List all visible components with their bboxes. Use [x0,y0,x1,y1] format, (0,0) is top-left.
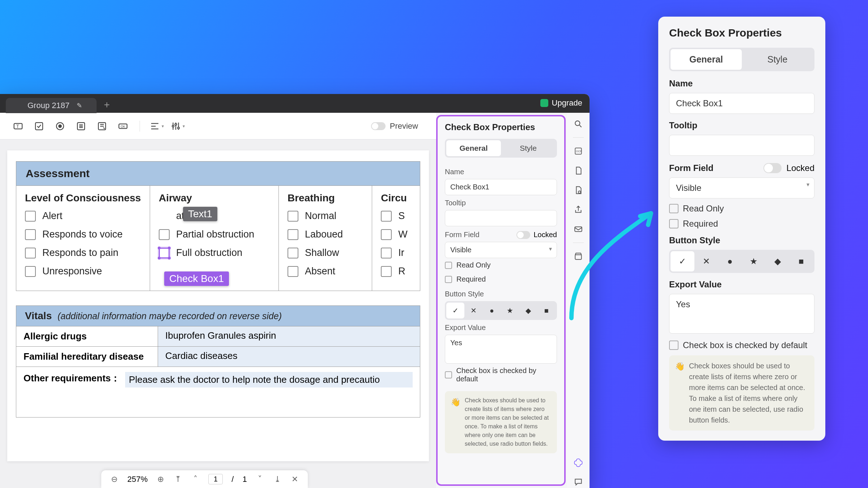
style-square-large[interactable]: ■ [789,251,813,271]
properties-panel-embedded: Check Box Properties General Style Name … [436,115,566,486]
style-cross-large[interactable]: ✕ [694,251,718,271]
style-square[interactable]: ■ [537,303,556,318]
radio-tool[interactable] [53,119,67,133]
comment-icon[interactable] [572,476,584,488]
tooltip-input-large[interactable] [669,135,814,156]
tab-general-large[interactable]: General [671,49,742,70]
cb-row[interactable]: Responds to pain [25,247,141,258]
page-icon[interactable] [572,164,584,177]
vitals-familial-value[interactable]: Cardiac diseases [158,347,420,367]
checkbox-icon[interactable] [25,229,36,240]
info-text-large: Check boxes should be used to create lis… [689,360,809,425]
last-page-button[interactable]: ⤓ [273,475,282,484]
align-tool[interactable]: ▾ [149,119,164,133]
cb-row[interactable]: Laboued [288,229,363,240]
cb-row[interactable]: Unresponsive [25,266,141,277]
required-row-large[interactable]: Required [669,219,814,229]
visibility-select[interactable]: Visible [445,242,557,258]
style-check[interactable]: ✓ [446,303,464,318]
exportvalue-input-large[interactable] [669,294,814,334]
cb-row[interactable]: Absent [288,266,363,277]
style-star[interactable]: ★ [501,303,519,318]
cb-row[interactable]: Full obstruction [159,247,270,258]
checkbox-icon[interactable] [288,211,298,222]
vitals-row-familial: Familial hereditary disease Cardiac dise… [16,347,420,367]
checked-default-row-large[interactable]: Check box is checked by default [669,340,814,350]
locked-toggle-large[interactable] [763,163,782,173]
checkbox-icon[interactable] [381,229,392,240]
vitals-allergic-value[interactable]: Ibuprofen Granules aspirin [158,326,420,346]
cb-row[interactable]: Partial obstruction [159,229,270,240]
preview-toggle[interactable]: Preview [371,121,418,131]
visibility-select-large[interactable]: Visible [669,177,814,198]
exportvalue-input[interactable] [445,335,557,364]
checkbox-tool[interactable] [32,119,46,133]
cb-row[interactable]: Ir [381,247,411,258]
list-tool[interactable] [74,119,88,133]
checkbox-icon[interactable] [25,211,36,222]
selected-checkbox[interactable] [159,248,170,258]
cb-row[interactable]: Shallow [288,247,363,258]
formfield-label-large: Form Field [669,163,714,173]
readonly-row[interactable]: Read Only [445,261,557,269]
text-field-tool[interactable]: T [11,119,25,133]
canvas-area[interactable]: Assessment Level of Consciousness Alert … [0,140,436,488]
tooltip-input[interactable] [445,210,557,226]
first-page-button[interactable]: ⤒ [174,475,182,484]
zoom-in-button[interactable]: ⊕ [156,475,165,484]
style-star-large[interactable]: ★ [742,251,766,271]
share-icon[interactable] [572,204,584,216]
close-pager-button[interactable]: ✕ [290,475,299,484]
style-dot-large[interactable]: ● [718,251,742,271]
tab-style[interactable]: Style [501,140,556,156]
tab-style-large[interactable]: Style [742,49,813,70]
checkbox-icon[interactable] [288,248,298,258]
tag-checkbox1[interactable]: Check Box1 [164,271,229,286]
locked-toggle[interactable] [516,231,530,239]
name-input[interactable] [445,179,557,195]
name-input-large[interactable] [669,93,814,114]
document-tab[interactable]: Group 2187 ✎ [6,98,97,113]
checkbox-icon[interactable] [25,248,36,258]
readonly-row-large[interactable]: Read Only [669,204,814,214]
button-tool[interactable]: OK [116,119,130,133]
app-logo-icon[interactable] [572,456,584,468]
archive-icon[interactable] [572,250,584,262]
style-check-large[interactable]: ✓ [671,251,694,271]
checkbox-icon[interactable] [288,229,298,240]
new-tab-button[interactable]: + [104,99,110,111]
required-row[interactable]: Required [445,275,557,283]
checkbox-icon[interactable] [381,248,392,258]
vitals-other-value[interactable]: Please ask the doctor to help note the d… [125,372,413,388]
checkbox-icon[interactable] [381,211,392,222]
cb-row[interactable]: Responds to voice [25,229,141,240]
settings-tool[interactable]: ▾ [170,119,185,133]
style-cross[interactable]: ✕ [464,303,482,318]
search-icon[interactable] [572,118,584,130]
prev-page-button[interactable]: ˄ [191,475,200,484]
checkbox-icon[interactable] [381,266,392,277]
cb-row[interactable]: S [381,210,411,222]
page-settings-icon[interactable] [572,184,584,196]
style-diamond-large[interactable]: ◆ [766,251,790,271]
checked-default-row[interactable]: Check box is checked by default [445,367,557,383]
tab-general[interactable]: General [446,140,501,156]
next-page-button[interactable]: ˅ [256,475,264,484]
style-diamond[interactable]: ◆ [519,303,537,318]
dropdown-tool[interactable] [95,119,109,133]
mail-icon[interactable] [572,223,584,235]
tag-text1[interactable]: Text1 [183,207,217,221]
checkbox-icon[interactable] [288,266,298,277]
checkbox-icon[interactable] [25,266,36,277]
style-dot[interactable]: ● [483,303,501,318]
pencil-icon[interactable]: ✎ [77,102,82,110]
ocr-icon[interactable]: OCR [572,145,584,157]
cb-row[interactable]: W [381,229,411,240]
zoom-out-button[interactable]: ⊖ [110,475,119,484]
page-input[interactable] [208,474,223,484]
cb-row[interactable]: Alert [25,210,141,222]
cb-row[interactable]: R [381,266,411,277]
cb-row[interactable]: Normal [288,210,363,222]
upgrade-chip[interactable]: Upgrade [540,98,582,108]
checkbox-icon[interactable] [159,229,170,240]
